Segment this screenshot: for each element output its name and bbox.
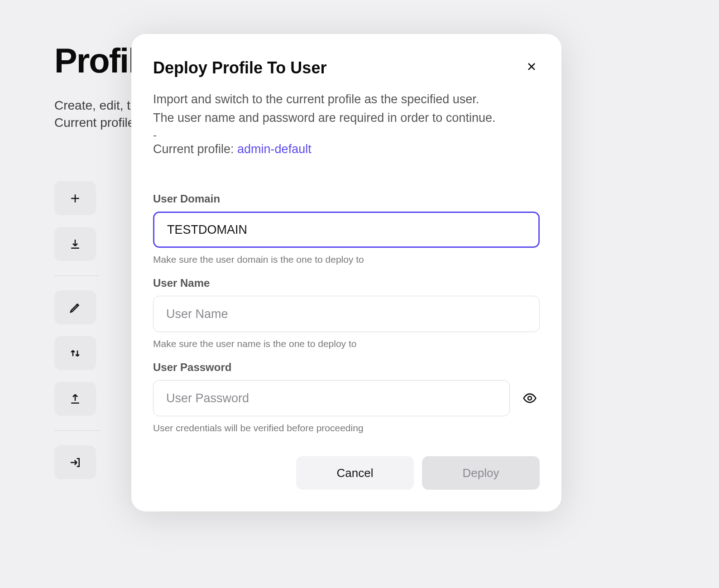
current-profile-link[interactable]: admin-default <box>237 142 312 156</box>
modal-wrapper: Deploy Profile To User Import and switch… <box>131 34 561 511</box>
user-domain-hint: Make sure the user domain is the one to … <box>153 254 540 265</box>
login-button[interactable] <box>54 445 96 479</box>
deploy-button[interactable]: Deploy <box>422 456 540 490</box>
modal-description: Import and switch to the current profile… <box>153 90 540 127</box>
user-password-label: User Password <box>153 361 540 374</box>
current-profile-line: Current profile: admin-default <box>153 142 540 156</box>
cancel-button[interactable]: Cancel <box>296 456 414 490</box>
download-button[interactable] <box>54 227 96 261</box>
edit-button[interactable] <box>54 290 96 324</box>
user-name-field: User Name Make sure the user name is the… <box>153 277 540 349</box>
password-row <box>153 380 540 416</box>
modal-title: Deploy Profile To User <box>153 58 326 77</box>
user-domain-label: User Domain <box>153 193 540 205</box>
deploy-profile-modal: Deploy Profile To User Import and switch… <box>131 34 561 511</box>
updown-icon <box>68 347 82 360</box>
user-password-field: User Password User credentials will be v… <box>153 361 540 434</box>
deploy-form: User Domain Make sure the user domain is… <box>153 193 540 434</box>
plus-button[interactable] <box>54 181 96 215</box>
login-icon <box>68 456 82 469</box>
current-profile-prefix: Current profile: <box>153 142 237 156</box>
user-password-hint: User credentials will be verified before… <box>153 423 540 434</box>
sort-button[interactable] <box>54 336 96 370</box>
separator <box>54 430 100 431</box>
sidebar-icon-column <box>54 181 100 479</box>
close-button[interactable] <box>523 58 540 77</box>
user-domain-input[interactable] <box>153 212 540 248</box>
user-name-hint: Make sure the user name is the one to de… <box>153 338 540 349</box>
user-password-input[interactable] <box>153 380 510 416</box>
user-domain-field: User Domain Make sure the user domain is… <box>153 193 540 265</box>
modal-desc-line1: Import and switch to the current profile… <box>153 90 540 109</box>
download-icon <box>68 237 82 251</box>
pencil-icon <box>68 301 82 314</box>
modal-footer: Cancel Deploy <box>153 456 540 490</box>
dash-separator: - <box>153 129 540 141</box>
modal-desc-line2: The user name and password are required … <box>153 109 540 127</box>
upload-icon <box>68 392 82 406</box>
close-icon <box>525 60 538 73</box>
toggle-password-button[interactable] <box>520 388 540 408</box>
svg-point-0 <box>528 396 532 400</box>
plus-icon <box>68 192 82 205</box>
separator <box>54 275 100 276</box>
modal-header: Deploy Profile To User <box>153 58 540 77</box>
eye-icon <box>522 391 537 405</box>
upload-button[interactable] <box>54 382 96 416</box>
user-name-input[interactable] <box>153 296 540 332</box>
user-name-label: User Name <box>153 277 540 289</box>
